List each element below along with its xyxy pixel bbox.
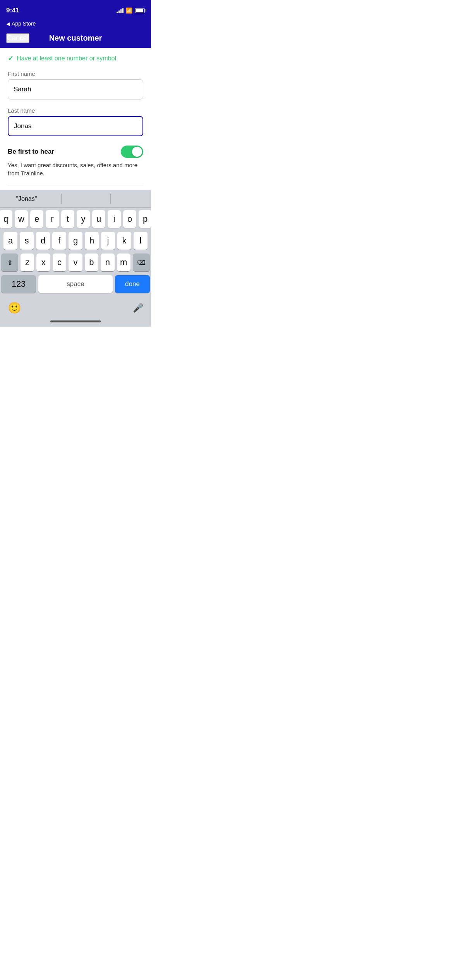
app-store-label[interactable]: App Store [12,21,36,27]
microphone-icon[interactable]: 🎤 [133,303,143,313]
app-store-back-bar: ◀ App Store [0,19,151,28]
cancel-button[interactable]: Cancel [6,33,29,43]
key-p[interactable]: p [139,210,151,228]
key-row-1: q w e r t y u i o p [1,210,150,228]
home-indicator [0,316,151,327]
key-c[interactable]: c [53,254,66,271]
suggestion-divider [61,194,62,204]
key-row-2: a s d f g h j k l [1,232,150,250]
suggestion-divider-2 [110,194,111,204]
key-d[interactable]: d [36,232,50,250]
bottom-bar-keyboard: 🙂 🎤 [0,298,151,316]
key-o[interactable]: o [123,210,136,228]
key-a[interactable]: a [3,232,17,250]
shift-key[interactable]: ⇧ [1,254,18,271]
done-key[interactable]: done [115,275,150,293]
key-i[interactable]: i [108,210,121,228]
key-x[interactable]: x [36,254,50,271]
toggle-knob [132,147,142,157]
key-s[interactable]: s [20,232,34,250]
key-z[interactable]: z [21,254,34,271]
validation-row: ✓ Have at least one number or symbol [8,54,143,63]
toggle-description: Yes, I want great discounts, sales, offe… [8,161,143,177]
divider [8,185,143,185]
key-h[interactable]: h [85,232,99,250]
nav-header: Cancel New customer [0,28,151,48]
status-time: 9:41 [6,7,19,14]
first-name-label: First name [8,70,143,77]
key-r[interactable]: r [46,210,59,228]
key-row-4: 123 space done [1,275,150,293]
toggle-title: Be first to hear [8,148,54,156]
key-m[interactable]: m [117,254,130,271]
page-title: New customer [49,34,102,43]
suggestion-item[interactable]: "Jonas" [16,195,37,202]
first-name-group: First name [8,70,143,99]
toggle-row: Be first to hear [8,146,143,158]
wifi-icon: 📶 [126,7,132,14]
back-arrow-icon: ◀ [6,21,10,27]
home-bar [50,320,101,322]
suggestion-bar: "Jonas" [0,190,151,208]
key-y[interactable]: y [77,210,90,228]
num-key[interactable]: 123 [1,275,36,293]
toggle-section: Be first to hear Yes, I want great disco… [8,146,143,177]
last-name-label: Last name [8,107,143,114]
key-e[interactable]: e [30,210,43,228]
last-name-input[interactable] [8,116,143,136]
key-w[interactable]: w [15,210,28,228]
delete-key[interactable]: ⌫ [133,254,150,271]
key-l[interactable]: l [134,232,148,250]
emoji-icon[interactable]: 🙂 [8,302,21,314]
status-bar: 9:41 📶 [0,0,151,19]
key-g[interactable]: g [69,232,82,250]
signal-icon [117,8,124,13]
be-first-toggle[interactable] [121,146,143,158]
space-key[interactable]: space [38,275,113,293]
key-b[interactable]: b [85,254,98,271]
validation-message: Have at least one number or symbol [17,55,116,62]
key-u[interactable]: u [92,210,105,228]
key-v[interactable]: v [69,254,82,271]
keyboard-rows: q w e r t y u i o p a s d f g h j k l ⇧ … [0,208,151,298]
key-t[interactable]: t [61,210,74,228]
checkmark-icon: ✓ [8,54,14,63]
last-name-group: Last name [8,107,143,136]
key-q[interactable]: q [0,210,12,228]
key-n[interactable]: n [101,254,114,271]
first-name-input[interactable] [8,79,143,99]
status-icons: 📶 [117,7,145,14]
key-k[interactable]: k [117,232,131,250]
key-f[interactable]: f [52,232,66,250]
key-row-3: ⇧ z x c v b n m ⌫ [1,254,150,271]
battery-icon [135,8,145,13]
key-j[interactable]: j [101,232,115,250]
keyboard-area: "Jonas" q w e r t y u i o p a s d f g h … [0,190,151,327]
